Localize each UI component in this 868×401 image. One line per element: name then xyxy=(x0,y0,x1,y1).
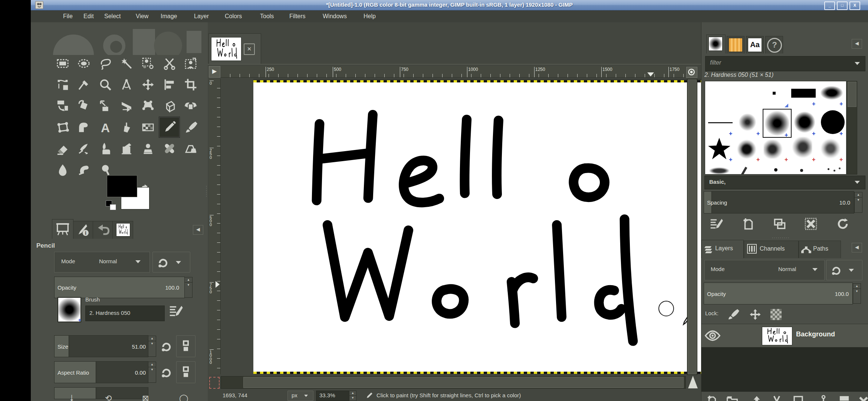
layers-collapse-icon[interactable]: ◀ xyxy=(852,243,862,252)
restore-preset-icon[interactable]: ⟲ xyxy=(105,394,112,401)
tool-paths[interactable] xyxy=(52,74,73,95)
horizontal-ruler[interactable]: 250 500 750 1000 1250 1500 1750 xyxy=(221,66,685,78)
lock-paint-icon[interactable] xyxy=(727,308,739,321)
tool-scale[interactable] xyxy=(95,95,116,117)
default-colors-icon[interactable] xyxy=(106,200,117,210)
brush-item[interactable] xyxy=(774,168,777,172)
tool-eraser[interactable] xyxy=(52,138,73,159)
spacing-spinner[interactable]: ▲▼ xyxy=(854,192,862,213)
brush-item[interactable] xyxy=(741,167,747,175)
brush-filter-field[interactable]: filter xyxy=(705,56,865,71)
tool-pencil[interactable] xyxy=(159,117,180,138)
reset-tool-icon[interactable]: ◯ xyxy=(179,394,188,401)
lock-alpha-icon[interactable] xyxy=(770,309,782,320)
anchor-layer-icon[interactable] xyxy=(817,394,830,401)
tool-fuzzy-select[interactable] xyxy=(116,53,138,74)
duplicate-brush-icon[interactable] xyxy=(773,217,787,231)
lock-position-icon[interactable] xyxy=(749,308,762,321)
brush-group-dropdown[interactable]: Basic, xyxy=(704,176,865,189)
size-spinner[interactable]: ▲▼ xyxy=(148,336,156,357)
brush-item[interactable] xyxy=(791,89,816,98)
tool-ink[interactable] xyxy=(95,138,116,159)
delete-preset-icon[interactable]: ⊠ xyxy=(142,394,149,401)
brush-item[interactable] xyxy=(820,138,841,159)
dock-collapse-icon[interactable]: ◀ xyxy=(852,39,862,49)
layer-mode-dropdown[interactable]: Mode Normal xyxy=(704,260,825,280)
zoom-spinner[interactable]: ▲▼ xyxy=(349,391,356,401)
paint-mode-dropdown[interactable]: Mode Normal xyxy=(54,252,150,273)
tool-clone[interactable] xyxy=(137,138,159,159)
tab-document-history[interactable]: ? xyxy=(765,36,783,53)
menu-help[interactable]: Help xyxy=(364,13,376,20)
menu-select[interactable]: Select xyxy=(104,13,121,20)
opacity-spinner[interactable]: ▲▼ xyxy=(184,277,193,298)
tool-text[interactable]: A xyxy=(95,117,116,138)
tool-flip[interactable] xyxy=(180,95,201,117)
brush-item[interactable] xyxy=(708,122,733,123)
tool-cage-transform[interactable] xyxy=(52,117,73,138)
tool-unified-transform[interactable] xyxy=(52,95,73,117)
brush-item[interactable] xyxy=(793,111,816,133)
brush-grid-scrollbar[interactable] xyxy=(847,81,857,175)
tool-move[interactable] xyxy=(137,74,159,95)
layer-row[interactable]: Background xyxy=(701,324,868,348)
menu-layer[interactable]: Layer xyxy=(194,13,209,20)
tab-channels[interactable]: Channels xyxy=(744,241,799,258)
tool-free-select[interactable] xyxy=(95,53,116,74)
menu-filters[interactable]: Filters xyxy=(289,13,306,20)
size-reset-icon[interactable] xyxy=(160,340,172,352)
tool-smudge[interactable] xyxy=(73,159,95,180)
tool-3d-transform[interactable] xyxy=(159,95,180,117)
image-tab[interactable]: ✕ xyxy=(208,33,261,64)
tool-crop[interactable] xyxy=(180,74,201,95)
canvas-viewport[interactable] xyxy=(253,79,716,374)
refresh-brushes-icon[interactable] xyxy=(836,217,850,231)
spacing-slider[interactable]: Spacing 10.0 xyxy=(704,191,854,213)
tool-mypaint-brush[interactable] xyxy=(116,138,138,159)
size-link-button[interactable] xyxy=(176,335,195,357)
new-brush-icon[interactable] xyxy=(742,217,756,231)
tool-handle-transform[interactable] xyxy=(137,95,159,117)
tab-layers[interactable]: Layers xyxy=(701,240,744,258)
menu-view[interactable]: View xyxy=(136,13,148,20)
brush-item[interactable] xyxy=(792,137,812,159)
menu-tools[interactable]: Tools xyxy=(260,13,274,20)
layer-opacity-slider[interactable]: Opacity 100.0 xyxy=(704,283,853,304)
tool-color-picker[interactable] xyxy=(73,74,95,95)
tab-paths[interactable]: Paths xyxy=(799,241,841,258)
brush-item[interactable] xyxy=(736,139,757,159)
foreground-color-swatch[interactable] xyxy=(107,175,137,197)
mode-reset-group[interactable] xyxy=(152,252,190,273)
tool-scissors-select[interactable] xyxy=(159,53,180,74)
edit-brush-icon[interactable] xyxy=(710,217,724,231)
aspect-link-button[interactable] xyxy=(176,361,195,383)
visibility-eye-icon[interactable] xyxy=(704,329,721,342)
layer-mode-reset-group[interactable] xyxy=(826,260,862,280)
tool-gradient[interactable] xyxy=(137,117,159,138)
brush-item[interactable] xyxy=(820,86,843,100)
brush-item[interactable] xyxy=(828,168,829,170)
tool-bucket-fill[interactable] xyxy=(116,117,138,138)
menu-windows[interactable]: Windows xyxy=(323,13,347,20)
delete-layer-icon[interactable] xyxy=(857,394,868,401)
tool-airbrush[interactable] xyxy=(73,138,95,159)
quick-mask-button[interactable] xyxy=(209,377,220,389)
layer-thumbnail[interactable] xyxy=(762,327,792,345)
brush-name-field[interactable]: 2. Hardness 050 xyxy=(85,306,165,321)
unit-dropdown[interactable]: px xyxy=(287,391,313,401)
vertical-scrollbar[interactable] xyxy=(687,79,697,375)
aspect-spinner[interactable]: ▲▼ xyxy=(148,362,156,383)
brush-item[interactable] xyxy=(764,140,785,159)
tool-paintbrush[interactable] xyxy=(180,117,201,138)
edit-brush-icon[interactable] xyxy=(169,304,184,319)
brush-item[interactable] xyxy=(709,167,730,174)
ruler-corner-button[interactable]: ▶ xyxy=(209,66,220,78)
brush-item[interactable] xyxy=(737,112,758,133)
tool-shear[interactable] xyxy=(116,95,138,117)
menu-file[interactable]: File xyxy=(63,13,73,20)
lower-layer-icon[interactable] xyxy=(770,394,783,401)
tab-undo-history[interactable] xyxy=(93,221,113,239)
toolbox-collapse-icon[interactable]: ◀ xyxy=(193,225,203,235)
layer-opacity-spinner[interactable]: ▲▼ xyxy=(853,283,861,304)
brush-item[interactable] xyxy=(708,138,730,159)
